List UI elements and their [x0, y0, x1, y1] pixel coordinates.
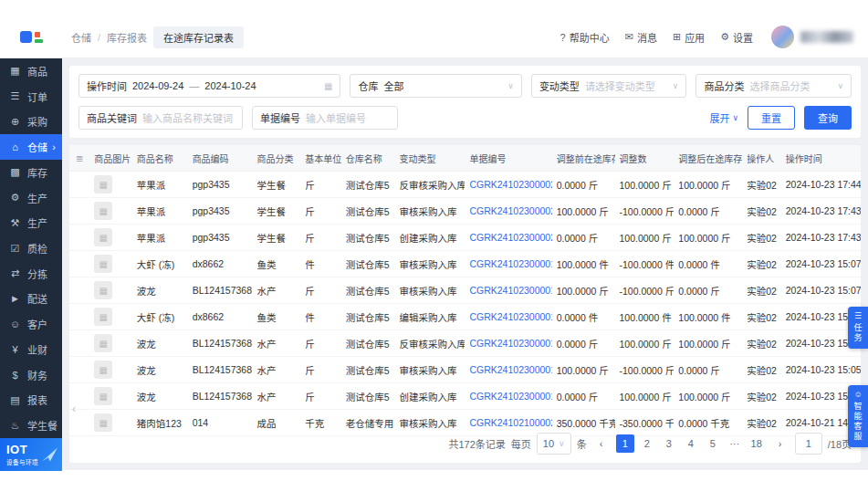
cell-operator: 实验02 [742, 304, 781, 330]
cell-unit: 斤 [300, 357, 341, 383]
column-header: 单据编号 [465, 145, 551, 172]
topbar-action[interactable]: ⚙ 设置 [720, 30, 753, 45]
warehouse-select[interactable]: 仓库 全部 ∨ [350, 74, 521, 98]
doc-number-link[interactable]: CGRK24102300001 [465, 330, 551, 357]
doc-number-link[interactable]: CGRK24102300001 [465, 383, 551, 410]
cell-time: 2024-10-23 17:43 [781, 198, 861, 225]
doc-number-link[interactable]: CGRK24102300001 [465, 277, 551, 304]
sidebar-item[interactable]: ⇄ 分拣 [0, 261, 62, 287]
page-size-select[interactable]: 10 ∨ [537, 433, 571, 455]
sidebar-item[interactable]: ▦ 商品 [0, 58, 62, 84]
date-range-picker[interactable]: 操作时间 2024-09-24 — 2024-10-24 ▦ [78, 74, 340, 98]
keyword-input[interactable]: 商品关键词 输入商品名称关键词 [78, 106, 243, 130]
doc-number-link[interactable]: CGRK24102300002 [465, 225, 551, 251]
topbar-action[interactable]: ? 帮助中心 [560, 30, 610, 45]
sidebar-item-label: 库存 [27, 165, 47, 180]
category-placeholder: 选择商品分类 [749, 78, 810, 93]
cell-category: 学生餐 [253, 225, 301, 251]
app-logo[interactable] [0, 31, 62, 43]
doc-number-link[interactable]: CGRK24102300001 [465, 357, 551, 383]
sidebar-item-icon: ⇄ [9, 267, 21, 279]
page-number[interactable]: 5 [704, 434, 722, 453]
page-number[interactable]: ··· [726, 434, 744, 453]
cell-product-code: pgp3435 [188, 172, 253, 198]
floating-tab-label: 智能客服 [852, 402, 864, 442]
sidebar-item[interactable]: ► 配送 [0, 287, 62, 312]
cell-operator: 实验02 [742, 277, 781, 304]
cell-adjust-qty: 100.0000 斤 [615, 330, 675, 357]
breadcrumb-item-inventory-report[interactable]: 库存报表 [107, 30, 147, 45]
topbar-action-label: 帮助中心 [570, 30, 610, 45]
page-jump-input[interactable]: 1 [795, 433, 822, 455]
sidebar-item-icon: ☺ [9, 319, 21, 329]
sidebar-item[interactable]: ▩ 库存 [0, 160, 62, 185]
cell-after-qty: 100.0000 件 [674, 304, 742, 330]
cell-warehouse: 测试仓库5 [341, 251, 395, 277]
page-number[interactable]: 4 [682, 434, 700, 453]
sidebar-item[interactable]: ⌂ 仓储 [0, 134, 62, 160]
user-menu[interactable] [771, 26, 853, 48]
sidebar-item[interactable]: ☰ 订单 [0, 84, 62, 110]
doc-number-link[interactable]: CGRK24102300002 [465, 172, 551, 198]
sidebar-item[interactable]: $ 财务 [0, 362, 62, 388]
cell-change-type: 创建采购入库 [394, 225, 465, 251]
brand-name: IOT [6, 444, 38, 455]
sidebar-item[interactable]: ⚙ 生产 [0, 185, 62, 211]
sidebar-item-icon: ☰ [9, 90, 21, 102]
breadcrumb-item-storage[interactable]: 仓储 [71, 30, 91, 45]
cell-operator: 实验02 [742, 251, 781, 277]
doc-number-link[interactable]: CGRK24102300002 [465, 198, 551, 225]
cell-unit: 件 [300, 251, 341, 277]
column-settings-icon[interactable]: ≣ [76, 153, 83, 163]
sidebar-item-icon: ⊕ [9, 116, 21, 128]
keyword-label: 商品关键词 [87, 110, 137, 125]
page-number[interactable]: 18 [748, 434, 766, 453]
doc-number-link[interactable]: CGRK24102300001 [465, 251, 551, 277]
floating-tab[interactable]: ☺ 智能客服 [848, 385, 868, 447]
page-number[interactable]: 3 [660, 434, 678, 453]
topbar-action[interactable]: ⊞ 应用 [673, 30, 705, 45]
in-transit-stock-table: ≣ 商品图片商品名称商品编码商品分类基本单位仓库名称变动类型单据编号调整前在途库… [69, 145, 861, 436]
column-header: 调整数 [615, 145, 675, 172]
expand-toggle[interactable]: 展开 ∨ [709, 110, 738, 125]
prev-page-button[interactable]: ‹ [592, 434, 611, 453]
page-number[interactable]: 1 [616, 434, 634, 453]
column-header: 商品编码 [188, 145, 253, 172]
cell-after-qty: 0.0000 斤 [674, 198, 742, 225]
sidebar-item[interactable]: ♨ 学生餐 [0, 413, 62, 438]
doc-no-input[interactable]: 单据编号 输入单据编号 [252, 106, 398, 130]
cell-category: 水产 [253, 277, 301, 304]
sidebar-item[interactable]: ▤ 报表 [0, 388, 62, 413]
sidebar-item[interactable]: ⚒ 生产 [0, 210, 62, 235]
cell-product-name: 苹果派 [132, 172, 188, 198]
search-button[interactable]: 查询 [804, 106, 852, 130]
doc-number-link[interactable]: CGRK24102300001 [465, 304, 551, 330]
sidebar-item[interactable]: ¥ 业财 [0, 337, 62, 362]
table-row: 波龙 BL124157368 水产 斤 测试仓库5 审核采购入库 CGRK241… [69, 277, 861, 304]
cell-change-type: 反审核采购入库 [394, 172, 465, 198]
page-number[interactable]: 2 [638, 434, 656, 453]
brand-logo[interactable]: IOT 设备与环境 [0, 438, 62, 471]
pagination: 共172条记录 每页 10 ∨ 条 ‹ 12345···18 › 1 /18页 [449, 433, 852, 455]
cell-after-qty: 0.0000 件 [674, 251, 742, 277]
cell-before-qty: 100.0000 斤 [552, 277, 615, 304]
app-window: 仓储 / 库存报表 在途库存记录表 ? 帮助中心 ✉ 消息 ⊞ 应用 ⚙ 设置 [0, 0, 868, 502]
date-range-label: 操作时间 [87, 78, 127, 93]
floating-tab[interactable]: ☰ 任务 [848, 307, 868, 349]
next-page-button[interactable]: › [771, 434, 790, 453]
chevron-down-icon: ∨ [507, 81, 514, 90]
column-header: 商品分类 [253, 145, 301, 172]
sidebar-item[interactable]: ⊕ 采购 [0, 109, 62, 134]
table-scroll-left-icon[interactable]: ‹ [72, 403, 76, 415]
sidebar-item[interactable]: ☺ 客户 [0, 311, 62, 337]
cell-change-type: 反审核采购入库 [394, 330, 465, 357]
sidebar-item[interactable]: ☑ 质检 [0, 235, 62, 261]
reset-button[interactable]: 重置 [748, 106, 795, 130]
cell-product-name: 大虾 (冻) [132, 304, 188, 330]
change-type-select[interactable]: 变动类型 请选择变动类型 ∨ [531, 74, 687, 98]
page-tab[interactable]: 在途库存记录表 [153, 26, 244, 48]
data-table-card: ≣ 商品图片商品名称商品编码商品分类基本单位仓库名称变动类型单据编号调整前在途库… [69, 145, 861, 463]
table-header-row: ≣ 商品图片商品名称商品编码商品分类基本单位仓库名称变动类型单据编号调整前在途库… [69, 145, 861, 172]
topbar-action[interactable]: ✉ 消息 [625, 30, 657, 45]
category-select[interactable]: 商品分类 选择商品分类 ∨ [695, 74, 852, 98]
